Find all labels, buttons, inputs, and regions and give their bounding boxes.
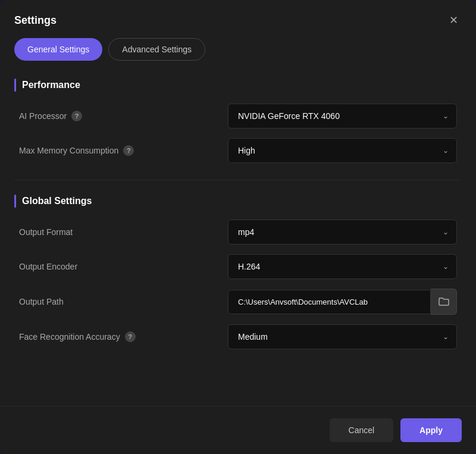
window-title: Settings: [14, 14, 57, 27]
face-recognition-select-wrapper: Low Medium High ⌄: [228, 324, 457, 349]
title-bar: Settings ✕: [0, 0, 476, 38]
face-recognition-row: Face Recognition Accuracy ? Low Medium H…: [14, 324, 462, 349]
close-icon: ✕: [449, 14, 458, 27]
output-encoder-row: Output Encoder H.264 H.265 VP9 AV1 ⌄: [14, 254, 462, 279]
ai-processor-select[interactable]: NVIDIA GeForce RTX 4060 CPU Intel Arc: [228, 104, 457, 129]
output-encoder-select-wrapper: H.264 H.265 VP9 AV1 ⌄: [228, 254, 457, 279]
output-encoder-label: Output Encoder: [19, 262, 77, 271]
section-indicator-performance: [14, 79, 16, 92]
global-title: Global Settings: [22, 196, 92, 206]
max-memory-label: Max Memory Consumption ?: [19, 145, 134, 156]
face-recognition-help-icon[interactable]: ?: [125, 331, 136, 342]
settings-dialog: Settings ✕ General Settings Advanced Set…: [0, 0, 476, 454]
close-button[interactable]: ✕: [445, 12, 462, 29]
footer: Cancel Apply: [0, 406, 476, 454]
content-area: Performance AI Processor ? NVIDIA GeForc…: [0, 73, 476, 406]
ai-processor-label: AI Processor ?: [19, 111, 82, 121]
tab-advanced[interactable]: Advanced Settings: [108, 38, 205, 61]
output-format-label: Output Format: [19, 227, 73, 237]
max-memory-help-icon[interactable]: ?: [123, 145, 134, 156]
ai-processor-help-icon[interactable]: ?: [71, 111, 82, 121]
performance-title: Performance: [22, 80, 80, 90]
output-path-browse-button[interactable]: [431, 289, 457, 315]
output-path-wrapper: [228, 289, 457, 315]
cancel-button[interactable]: Cancel: [330, 418, 394, 442]
section-divider: [14, 180, 462, 180]
section-indicator-global: [14, 195, 16, 208]
tab-general[interactable]: General Settings: [14, 38, 102, 61]
ai-processor-row: AI Processor ? NVIDIA GeForce RTX 4060 C…: [14, 104, 462, 129]
output-format-select-wrapper: mp4 mkv avi mov ⌄: [228, 220, 457, 245]
performance-section: Performance AI Processor ? NVIDIA GeForc…: [14, 79, 462, 163]
performance-header: Performance: [14, 79, 462, 92]
folder-icon: [439, 297, 449, 306]
max-memory-select-wrapper: Low Medium High Ultra ⌄: [228, 138, 457, 163]
output-path-input[interactable]: [228, 290, 431, 314]
apply-button[interactable]: Apply: [400, 418, 462, 442]
output-format-row: Output Format mp4 mkv avi mov ⌄: [14, 220, 462, 245]
max-memory-select[interactable]: Low Medium High Ultra: [228, 138, 457, 163]
output-path-row: Output Path: [14, 289, 462, 315]
output-format-select[interactable]: mp4 mkv avi mov: [228, 220, 457, 245]
output-encoder-select[interactable]: H.264 H.265 VP9 AV1: [228, 254, 457, 279]
global-header: Global Settings: [14, 195, 462, 208]
ai-processor-select-wrapper: NVIDIA GeForce RTX 4060 CPU Intel Arc ⌄: [228, 104, 457, 129]
tab-bar: General Settings Advanced Settings: [0, 38, 476, 73]
max-memory-row: Max Memory Consumption ? Low Medium High…: [14, 138, 462, 163]
global-section: Global Settings Output Format mp4 mkv av…: [14, 195, 462, 349]
output-path-label: Output Path: [19, 297, 64, 306]
face-recognition-select[interactable]: Low Medium High: [228, 324, 457, 349]
face-recognition-label: Face Recognition Accuracy ?: [19, 331, 136, 342]
